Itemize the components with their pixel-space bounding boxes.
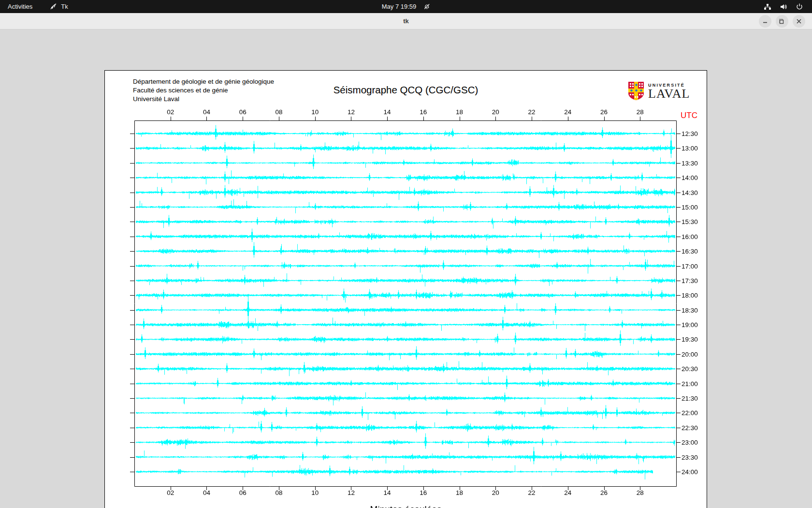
time-label: 23:30 bbox=[682, 453, 698, 461]
x-tick-label-bottom: 12 bbox=[348, 489, 355, 496]
time-label: 19:00 bbox=[682, 321, 698, 329]
system-status-area[interactable] bbox=[764, 0, 812, 13]
tk-window-body: Département de géologie et de génie géol… bbox=[0, 30, 812, 508]
time-label: 19:30 bbox=[682, 336, 698, 343]
time-label: 22:30 bbox=[682, 424, 698, 431]
time-label: 16:30 bbox=[682, 248, 698, 255]
time-label: 22:00 bbox=[682, 409, 698, 417]
app-menu-label: Tk bbox=[61, 3, 68, 10]
time-label: 15:00 bbox=[682, 203, 698, 210]
x-tick-label-bottom: 10 bbox=[311, 489, 319, 496]
clock-label: May 7 19:59 bbox=[382, 3, 417, 10]
x-tick-label-top: 16 bbox=[420, 108, 427, 116]
close-button[interactable] bbox=[793, 15, 805, 28]
volume-icon bbox=[780, 3, 787, 11]
time-label: 17:30 bbox=[682, 277, 698, 284]
maximize-button[interactable] bbox=[776, 15, 788, 28]
time-label: 15:30 bbox=[682, 218, 698, 225]
x-tick-label-top: 10 bbox=[311, 108, 319, 116]
time-label: 12:30 bbox=[682, 130, 698, 137]
time-label: 20:30 bbox=[682, 365, 698, 373]
x-tick-label-top: 04 bbox=[203, 108, 210, 116]
x-tick-label-top: 28 bbox=[637, 108, 644, 116]
seismogram-plot bbox=[105, 71, 707, 508]
notifications-muted-icon bbox=[423, 3, 430, 10]
minimize-button[interactable] bbox=[759, 15, 771, 28]
x-tick-label-bottom: 02 bbox=[167, 489, 174, 496]
x-tick-label-bottom: 16 bbox=[420, 489, 427, 496]
time-label: 18:00 bbox=[682, 292, 698, 299]
x-tick-label-bottom: 28 bbox=[637, 489, 644, 496]
power-icon bbox=[796, 3, 803, 11]
seismograph-canvas-frame: Département de géologie et de génie géol… bbox=[104, 70, 707, 508]
time-label: 24:00 bbox=[682, 468, 698, 475]
x-tick-label-top: 12 bbox=[348, 108, 355, 116]
x-tick-label-bottom: 26 bbox=[600, 489, 608, 496]
x-tick-label-bottom: 06 bbox=[239, 489, 246, 496]
x-tick-label-top: 18 bbox=[456, 108, 463, 116]
x-tick-label-top: 08 bbox=[275, 108, 282, 116]
tk-icon bbox=[50, 3, 57, 10]
time-label: 16:00 bbox=[682, 233, 698, 240]
x-tick-label-bottom: 18 bbox=[456, 489, 463, 496]
x-tick-label-top: 22 bbox=[528, 108, 536, 116]
time-label: 21:30 bbox=[682, 395, 698, 402]
time-label: 23:00 bbox=[682, 439, 698, 446]
x-tick-label-top: 24 bbox=[564, 108, 571, 116]
x-tick-label-bottom: 20 bbox=[492, 489, 499, 496]
time-label: 14:00 bbox=[682, 174, 698, 181]
time-label: 17:00 bbox=[682, 262, 698, 269]
x-tick-label-bottom: 24 bbox=[564, 489, 571, 496]
window-title: tk bbox=[0, 13, 812, 30]
window-title-bar[interactable]: tk bbox=[0, 13, 812, 30]
clock-area[interactable]: May 7 19:59 bbox=[382, 3, 431, 10]
activities-button[interactable]: Activities bbox=[8, 3, 32, 10]
x-tick-label-bottom: 08 bbox=[275, 489, 282, 496]
utc-axis-label: UTC bbox=[681, 111, 697, 120]
x-tick-label-bottom: 22 bbox=[528, 489, 536, 496]
gnome-top-bar: Activities Tk May 7 19:59 bbox=[0, 0, 812, 13]
app-menu[interactable]: Tk bbox=[50, 3, 68, 10]
time-label: 21:00 bbox=[682, 380, 698, 387]
time-label: 14:30 bbox=[682, 189, 698, 196]
x-axis-title: Minutes écoulées bbox=[105, 504, 707, 508]
time-label: 13:00 bbox=[682, 145, 698, 152]
time-label: 20:00 bbox=[682, 350, 698, 358]
time-label: 13:30 bbox=[682, 159, 698, 166]
x-tick-label-bottom: 04 bbox=[203, 489, 210, 496]
x-tick-label-top: 06 bbox=[239, 108, 246, 116]
network-icon bbox=[764, 3, 771, 11]
x-tick-label-top: 14 bbox=[384, 108, 391, 116]
x-tick-label-top: 02 bbox=[167, 108, 174, 116]
x-tick-label-top: 26 bbox=[600, 108, 608, 116]
x-tick-label-top: 20 bbox=[492, 108, 499, 116]
time-label: 18:30 bbox=[682, 306, 698, 314]
x-tick-label-bottom: 14 bbox=[384, 489, 391, 496]
